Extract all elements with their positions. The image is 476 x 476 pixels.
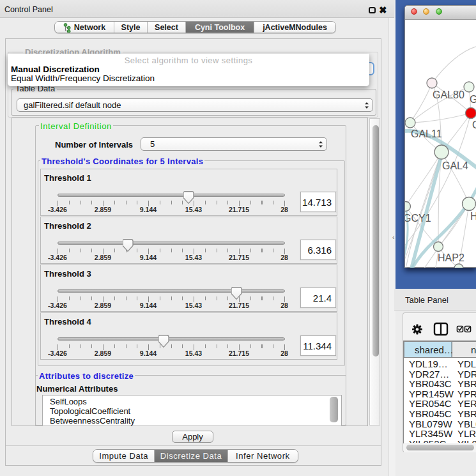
svg-text:GAL4: GAL4 <box>442 160 468 171</box>
svg-text:GCY1: GCY1 <box>405 213 431 224</box>
svg-text:GA: GA <box>470 94 476 105</box>
svg-text:HAP2: HAP2 <box>438 252 464 263</box>
svg-text:GAL11: GAL11 <box>411 128 442 139</box>
svg-text:GAL80: GAL80 <box>433 89 464 100</box>
svg-text:C: C <box>472 119 476 130</box>
svg-text:H: H <box>470 211 476 222</box>
